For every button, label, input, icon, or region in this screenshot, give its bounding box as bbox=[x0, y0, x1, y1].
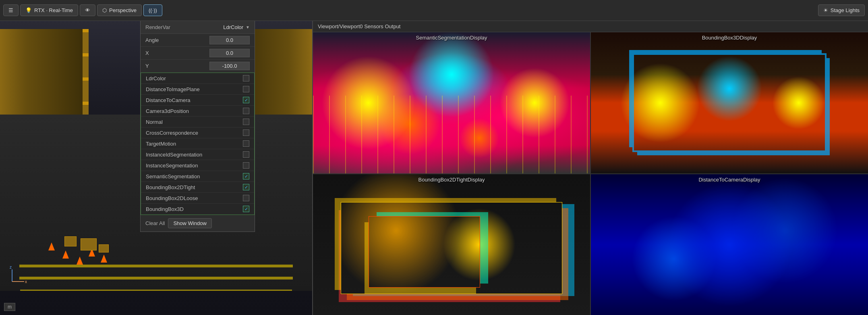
checkbox-3[interactable] bbox=[243, 108, 249, 114]
checklist-item-9[interactable]: SemanticSegmentation ✓ bbox=[141, 171, 254, 182]
z-axis-label: z bbox=[10, 265, 12, 269]
cone-3 bbox=[77, 257, 83, 265]
sensor-label-1: BoundingBox3DDisplay bbox=[702, 35, 757, 41]
checklist-label-7: InstanceIdSegmentation bbox=[146, 152, 202, 158]
sensor-icon: ((·)) bbox=[149, 7, 157, 13]
main-content: z x m RenderVar LdrColor ▼ bbox=[0, 21, 868, 315]
checklist-label-3: Camera3dPosition bbox=[146, 108, 189, 114]
angle-row: Angle bbox=[141, 34, 255, 47]
checkbox-9[interactable]: ✓ bbox=[243, 173, 249, 179]
checklist-label-12: BoundingBox3D bbox=[146, 206, 184, 212]
checkbox-12[interactable]: ✓ bbox=[243, 206, 249, 212]
perspective-button[interactable]: ⬡ Perspective bbox=[97, 4, 142, 16]
sensor-cell-semantic: SemanticSegmentationDisplay bbox=[313, 32, 590, 173]
checklist-label-9: SemanticSegmentation bbox=[146, 173, 200, 179]
checklist-label-6: TargetMotion bbox=[146, 141, 176, 147]
hamburger-icon: ☰ bbox=[8, 7, 13, 13]
cone-2 bbox=[62, 250, 69, 259]
rtx-label: RTX · Real-Time bbox=[34, 7, 73, 13]
cone-1 bbox=[48, 242, 55, 250]
stage-lights-button[interactable]: ☀ Stage Lights bbox=[818, 4, 865, 16]
checklist-item-11[interactable]: BoundingBox2DLoose bbox=[141, 193, 254, 204]
rendervar-value: LdrColor bbox=[223, 24, 243, 30]
checklist-label-8: InstanceSegmentation bbox=[146, 163, 198, 169]
checklist-item-10[interactable]: BoundingBox2DTight ✓ bbox=[141, 182, 254, 193]
stage-lights-label: Stage Lights bbox=[831, 7, 860, 13]
checkbox-2[interactable]: ✓ bbox=[243, 97, 249, 103]
show-window-button[interactable]: Show Window bbox=[168, 218, 211, 228]
checkbox-7[interactable] bbox=[243, 151, 249, 158]
checklist-item-2[interactable]: DistanceToCamera ✓ bbox=[141, 95, 254, 106]
box-3 bbox=[99, 244, 109, 252]
checklist-label-4: Normal bbox=[146, 119, 163, 125]
sensors-grid: SemanticSegmentationDisplayBoundingBox3D… bbox=[313, 32, 868, 315]
toolbar-right: ☀ Stage Lights bbox=[818, 4, 865, 16]
dropdown-arrow-icon: ▼ bbox=[246, 25, 250, 29]
checklist-label-0: LdrColor bbox=[146, 75, 166, 81]
checklist-label-10: BoundingBox2DTight bbox=[146, 184, 195, 190]
sensor-button[interactable]: ((·)) bbox=[143, 4, 162, 16]
hamburger-button[interactable]: ☰ bbox=[3, 4, 19, 16]
dropdown-panel: RenderVar LdrColor ▼ Angle X bbox=[140, 21, 255, 232]
toolbar: ☰ 💡 RTX · Real-Time 👁 ⬡ Perspective ((·)… bbox=[0, 0, 868, 21]
checklist-item-8[interactable]: InstanceSegmentation bbox=[141, 160, 254, 171]
sensor-label-2: BoundingBox2DTightDisplay bbox=[418, 177, 485, 183]
axis-indicator: z x bbox=[8, 265, 28, 287]
unit-indicator: m bbox=[4, 303, 15, 311]
cone-5 bbox=[101, 255, 107, 263]
checklist-item-7[interactable]: InstanceIdSegmentation bbox=[141, 149, 254, 160]
checkbox-11[interactable] bbox=[243, 195, 249, 201]
eye-button[interactable]: 👁 bbox=[80, 4, 95, 16]
clear-all-link[interactable]: Clear All bbox=[145, 220, 165, 226]
x-row: X bbox=[141, 47, 255, 60]
checklist-label-11: BoundingBox2DLoose bbox=[146, 195, 198, 201]
checklist-section: LdrColor DistanceToImagePlane DistanceTo… bbox=[141, 73, 255, 215]
angle-input[interactable] bbox=[209, 36, 250, 44]
viewport-bg: z x m RenderVar LdrColor ▼ bbox=[0, 21, 312, 315]
sensors-header: Viewport/Viewport0 Sensors Output bbox=[313, 21, 868, 32]
x-input[interactable] bbox=[209, 49, 250, 57]
checklist-item-12[interactable]: BoundingBox3D ✓ bbox=[141, 204, 254, 215]
rendervar-value-area[interactable]: LdrColor ▼ bbox=[223, 24, 250, 30]
checkbox-8[interactable] bbox=[243, 162, 249, 169]
sensor-cell-distcam: DistanceToCameraDisplay bbox=[591, 174, 868, 315]
dropdown-header: RenderVar LdrColor ▼ bbox=[141, 21, 255, 34]
sensor-label-3: DistanceToCameraDisplay bbox=[698, 177, 760, 183]
dropdown-actions: Clear All Show Window bbox=[141, 215, 255, 232]
rtx-button[interactable]: 💡 RTX · Real-Time bbox=[20, 4, 78, 16]
sensor-cell-bbox2d: BoundingBox2DTightDisplay bbox=[313, 174, 590, 315]
checklist-item-3[interactable]: Camera3dPosition bbox=[141, 106, 254, 117]
sensor-cell-bbox3d: BoundingBox3DDisplay bbox=[591, 32, 868, 173]
checklist-item-0[interactable]: LdrColor bbox=[141, 73, 254, 84]
eye-icon: 👁 bbox=[85, 7, 90, 13]
checklist-label-2: DistanceToCamera bbox=[146, 97, 191, 103]
x-label: X bbox=[145, 50, 149, 56]
y-input[interactable] bbox=[209, 62, 250, 70]
checkbox-4[interactable] bbox=[243, 119, 249, 125]
y-row: Y bbox=[141, 60, 255, 73]
checkbox-6[interactable] bbox=[243, 140, 249, 147]
checklist-item-6[interactable]: TargetMotion bbox=[141, 138, 254, 149]
checklist-item-4[interactable]: Normal bbox=[141, 117, 254, 127]
box-1 bbox=[64, 236, 77, 246]
lightbulb-icon: 💡 bbox=[25, 7, 32, 13]
checkbox-10[interactable]: ✓ bbox=[243, 184, 249, 190]
checkbox-1[interactable] bbox=[243, 86, 249, 92]
checkbox-0[interactable] bbox=[243, 75, 249, 81]
perspective-icon: ⬡ bbox=[102, 7, 107, 13]
x-axis-label: x bbox=[25, 280, 27, 284]
checklist-item-5[interactable]: CrossCorrespondence bbox=[141, 127, 254, 138]
sensors-header-text: Viewport/Viewport0 Sensors Output bbox=[318, 23, 400, 29]
right-panel: Viewport/Viewport0 Sensors Output Semant… bbox=[312, 21, 868, 315]
unit-label: m bbox=[8, 304, 12, 310]
left-panel: z x m RenderVar LdrColor ▼ bbox=[0, 21, 312, 315]
angle-label: Angle bbox=[145, 37, 159, 43]
checklist-label-5: CrossCorrespondence bbox=[146, 130, 198, 136]
checklist-item-1[interactable]: DistanceToImagePlane bbox=[141, 84, 254, 95]
bbox-overlay bbox=[313, 174, 590, 315]
sensor-label-0: SemanticSegmentationDisplay bbox=[416, 35, 487, 41]
perspective-label: Perspective bbox=[109, 7, 137, 13]
checkbox-5[interactable] bbox=[243, 129, 249, 136]
checklist-label-1: DistanceToImagePlane bbox=[146, 86, 200, 92]
sun-icon: ☀ bbox=[823, 7, 828, 13]
